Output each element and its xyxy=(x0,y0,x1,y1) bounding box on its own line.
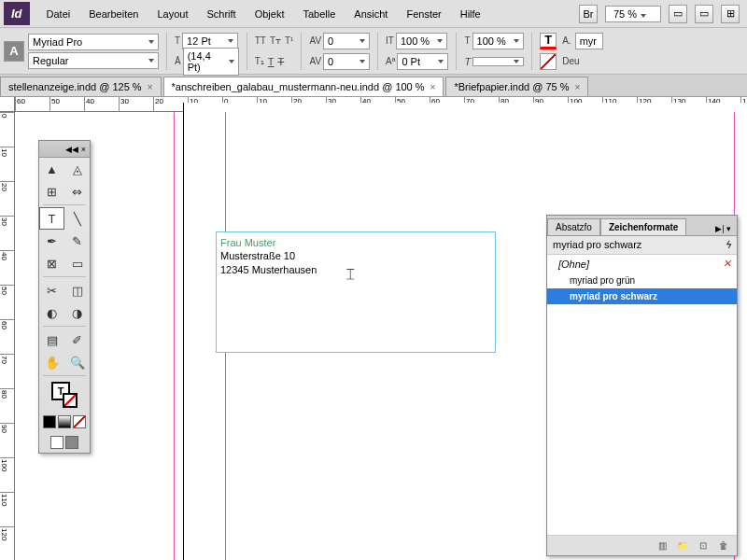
tab-stellenanzeige[interactable]: stellenanzeige.indd @ 125 %× xyxy=(0,77,162,96)
preview-view-button[interactable] xyxy=(65,436,78,449)
leading-field[interactable]: (14,4 Pt) xyxy=(183,48,239,76)
apply-none-button[interactable] xyxy=(73,415,86,428)
tab-close-button[interactable]: × xyxy=(430,82,436,92)
menu-bearbeiten[interactable]: Bearbeiten xyxy=(79,5,148,23)
strikethrough-button[interactable]: T xyxy=(278,56,285,67)
style-group-button[interactable]: ▥ xyxy=(655,539,669,553)
tools-palette: ◀◀ × ▲ ◬ ⊞ ⇔ T ╲ ✒ ✎ ⊠ ▭ ✂ ◫ ◐ ◑ ▤ ✐ xyxy=(38,140,91,454)
tab-close-button[interactable]: × xyxy=(148,82,153,92)
text-cursor-icon: ⌶ xyxy=(346,266,354,281)
ruler-tick: 10 xyxy=(0,147,14,181)
pencil-tool[interactable]: ✎ xyxy=(64,230,90,252)
hscale-icon: T xyxy=(464,35,470,46)
current-style-label: myriad pro schwarz xyxy=(553,239,641,251)
tab-anschreiben[interactable]: *anschreiben_galabau_mustermann-neu.indd… xyxy=(163,77,444,96)
superscript-button[interactable]: T¹ xyxy=(285,35,293,46)
style-myriad-gruen[interactable]: myriad pro grün xyxy=(547,273,737,288)
margin-guide xyxy=(174,112,175,560)
zoom-level[interactable]: 75 % xyxy=(605,6,661,22)
hand-tool[interactable]: ✋ xyxy=(39,351,64,373)
rectangle-frame-tool[interactable]: ⊠ xyxy=(39,252,64,274)
free-transform-tool[interactable]: ◫ xyxy=(64,279,90,301)
scissors-tool[interactable]: ✂ xyxy=(39,279,64,301)
menu-hilfe[interactable]: Hilfe xyxy=(451,5,490,23)
dropdown-arrow-icon xyxy=(437,39,443,43)
panel-menu-button[interactable]: ▶| ▾ xyxy=(710,222,737,235)
stroke-color-button[interactable] xyxy=(540,53,557,70)
quick-apply-icon[interactable]: ϟ xyxy=(725,239,731,251)
new-style-button[interactable]: ⊡ xyxy=(696,539,711,553)
eyedropper-tool[interactable]: ✐ xyxy=(64,329,90,351)
menu-layout[interactable]: Layout xyxy=(148,5,197,23)
all-caps-button[interactable]: TT xyxy=(255,35,266,46)
delete-override-icon[interactable]: ✕ xyxy=(723,258,731,270)
tracking-icon: AV xyxy=(309,56,321,66)
fill-color-button[interactable]: T xyxy=(540,33,557,49)
menu-datei[interactable]: Datei xyxy=(37,5,80,23)
dropdown-arrow-icon xyxy=(229,60,234,63)
skew-field[interactable] xyxy=(472,57,524,66)
delete-style-button[interactable]: 🗑 xyxy=(716,539,731,553)
menu-schrift[interactable]: Schrift xyxy=(198,5,246,23)
ruler-tick: 110 xyxy=(0,492,14,526)
tab-briefpapier[interactable]: *Briefpapier.indd @ 75 %× xyxy=(445,77,588,96)
address-city: 12345 Musterhausen xyxy=(220,263,491,276)
kerning-field[interactable]: 0 xyxy=(323,33,370,49)
type-tool[interactable]: T xyxy=(39,207,64,230)
tab-close-button[interactable]: × xyxy=(575,82,581,92)
new-folder-button[interactable]: 📁 xyxy=(675,539,690,553)
dropdown-arrow-icon xyxy=(359,60,365,63)
baseline-field[interactable]: 0 Pt xyxy=(397,53,448,70)
char-style-button[interactable]: A. xyxy=(562,35,571,46)
arrange-documents-button[interactable]: ⊞ xyxy=(721,5,740,23)
control-panel: A Myriad Pro Regular T12 Pt Ā(14,4 Pt) T… xyxy=(0,28,747,75)
char-style-search[interactable]: myr xyxy=(575,33,603,49)
pen-tool[interactable]: ✒ xyxy=(39,230,64,252)
style-none[interactable]: [Ohne]✕ xyxy=(547,255,737,273)
gap-tool[interactable]: ⇔ xyxy=(64,180,90,203)
vscale-field[interactable]: 100 % xyxy=(396,33,447,49)
apply-color-button[interactable] xyxy=(43,415,56,428)
ruler-tick: 100 xyxy=(0,457,14,492)
text-frame[interactable]: Frau Muster Musterstraße 10 12345 Muster… xyxy=(216,231,496,353)
skew-icon: T xyxy=(464,56,471,67)
menu-tabelle[interactable]: Tabelle xyxy=(293,5,345,23)
line-tool[interactable]: ╲ xyxy=(64,207,90,230)
style-myriad-schwarz[interactable]: myriad pro schwarz xyxy=(547,288,737,304)
rectangle-tool[interactable]: ▭ xyxy=(64,252,90,274)
gradient-feather-tool[interactable]: ◑ xyxy=(64,301,90,324)
note-tool[interactable]: ▤ xyxy=(39,329,64,351)
bridge-button[interactable]: Br xyxy=(579,5,598,23)
vertical-ruler[interactable]: 0102030405060708090100110120130140150160… xyxy=(0,112,15,560)
stroke-swatch[interactable] xyxy=(63,393,78,408)
zoom-tool[interactable]: 🔍 xyxy=(64,351,90,373)
normal-view-button[interactable] xyxy=(50,436,63,449)
font-size-icon: T xyxy=(175,35,180,46)
underline-button[interactable]: T xyxy=(268,56,275,67)
font-style-field[interactable]: Regular xyxy=(28,52,159,69)
selection-tool[interactable]: ▲ xyxy=(39,158,64,180)
palette-header[interactable]: ◀◀ × xyxy=(39,141,90,158)
gradient-swatch-tool[interactable]: ◐ xyxy=(39,301,64,324)
direct-selection-tool[interactable]: ◬ xyxy=(64,158,90,180)
character-mode-button[interactable]: A xyxy=(4,41,24,62)
character-styles-tab[interactable]: Zeichenformate xyxy=(600,218,686,235)
leading-icon: Ā xyxy=(175,56,181,66)
page-tool[interactable]: ⊞ xyxy=(39,180,64,203)
screen-mode-button[interactable]: ▭ xyxy=(695,5,713,23)
view-options-button[interactable]: ▭ xyxy=(669,5,687,23)
font-family-field[interactable]: Myriad Pro xyxy=(28,34,159,50)
ruler-origin[interactable] xyxy=(0,97,15,112)
menu-objekt[interactable]: Objekt xyxy=(246,5,294,23)
apply-gradient-button[interactable] xyxy=(58,415,71,428)
tracking-field[interactable]: 0 xyxy=(323,53,370,70)
small-caps-button[interactable]: Tᴛ xyxy=(270,35,281,46)
canvas[interactable]: Frau Muster Musterstraße 10 12345 Muster… xyxy=(15,112,747,560)
menu-fenster[interactable]: Fenster xyxy=(397,5,450,23)
subscript-button[interactable]: T₁ xyxy=(255,56,264,66)
hscale-field[interactable]: 100 % xyxy=(472,33,524,49)
menu-ansicht[interactable]: Ansicht xyxy=(345,5,397,23)
font-style-value: Regular xyxy=(33,55,69,66)
ruler-tick: 90 xyxy=(0,423,14,457)
paragraph-styles-tab[interactable]: Absatzfo xyxy=(547,218,600,235)
